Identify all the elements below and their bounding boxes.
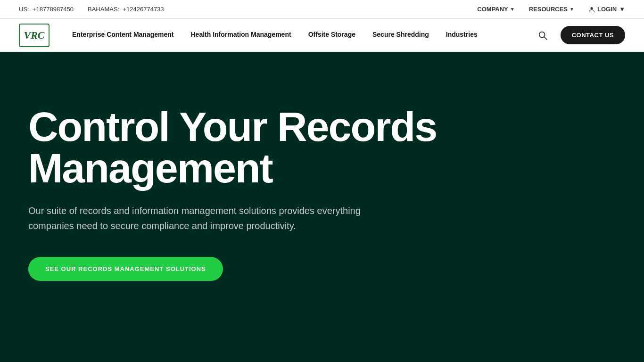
nav-right-actions: CONTACT US [534, 26, 625, 44]
nav-industries-label: Industries [446, 31, 478, 38]
person-icon [588, 6, 595, 13]
nav-enterprise-label: Enterprise Content Management [72, 31, 173, 38]
company-label: COMPANY [477, 6, 508, 13]
resources-label: RESOURCES [529, 6, 568, 13]
nav-shredding-label: Secure Shredding [372, 31, 429, 38]
logo-text: VRC [24, 29, 44, 41]
nav-industries[interactable]: Industries [438, 19, 486, 52]
svg-point-1 [539, 32, 545, 37]
search-button[interactable] [534, 27, 551, 44]
login-label: LOGIN [597, 6, 617, 13]
nav-secure-shredding[interactable]: Secure Shredding [364, 19, 438, 52]
hero-title-line2: Management [28, 145, 272, 191]
login-caret: ▼ [619, 6, 625, 13]
top-bar-nav: COMPANY ▼ RESOURCES ▼ LOGIN ▼ [477, 6, 625, 13]
us-phone: US: +18778987450 [19, 6, 74, 13]
nav-health-label: Health Information Management [190, 31, 291, 38]
navbar: VRC Enterprise Content Management Health… [0, 19, 644, 52]
hero-section: Control Your Records Management Our suit… [0, 52, 644, 335]
hero-cta-label: SEE OUR RECORDS MANAGEMENT SOLUTIONS [45, 265, 206, 272]
nav-health-info-mgmt[interactable]: Health Information Management [182, 19, 299, 52]
us-label: US: [19, 6, 29, 13]
bahamas-phone-number[interactable]: +12426774733 [123, 6, 164, 13]
hero-subtitle: Our suite of records and information man… [28, 203, 368, 233]
svg-point-0 [590, 7, 593, 9]
nav-links: Enterprise Content Management Health Inf… [64, 19, 534, 52]
nav-enterprise-content-mgmt[interactable]: Enterprise Content Management [64, 19, 182, 52]
nav-offsite-storage[interactable]: Offsite Storage [300, 19, 364, 52]
company-menu[interactable]: COMPANY ▼ [477, 6, 514, 13]
bahamas-phone: BAHAMAS: +12426774733 [88, 6, 164, 13]
resources-menu[interactable]: RESOURCES ▼ [529, 6, 574, 13]
us-phone-number[interactable]: +18778987450 [33, 6, 74, 13]
resources-caret: ▼ [570, 7, 574, 12]
nav-offsite-label: Offsite Storage [308, 31, 355, 38]
contact-us-label: CONTACT US [572, 32, 614, 39]
contact-us-button[interactable]: CONTACT US [561, 26, 625, 44]
logo[interactable]: VRC [19, 24, 50, 47]
top-bar: US: +18778987450 BAHAMAS: +12426774733 C… [0, 0, 644, 19]
svg-line-2 [544, 37, 547, 40]
search-icon [537, 30, 548, 41]
hero-title: Control Your Records Management [28, 106, 453, 189]
hero-cta-button[interactable]: SEE OUR RECORDS MANAGEMENT SOLUTIONS [28, 257, 223, 281]
bahamas-label: BAHAMAS: [88, 6, 119, 13]
login-link[interactable]: LOGIN ▼ [588, 6, 625, 13]
top-bar-phones: US: +18778987450 BAHAMAS: +12426774733 [19, 6, 164, 13]
company-caret: ▼ [510, 7, 515, 12]
hero-title-line1: Control Your Records [28, 103, 437, 150]
